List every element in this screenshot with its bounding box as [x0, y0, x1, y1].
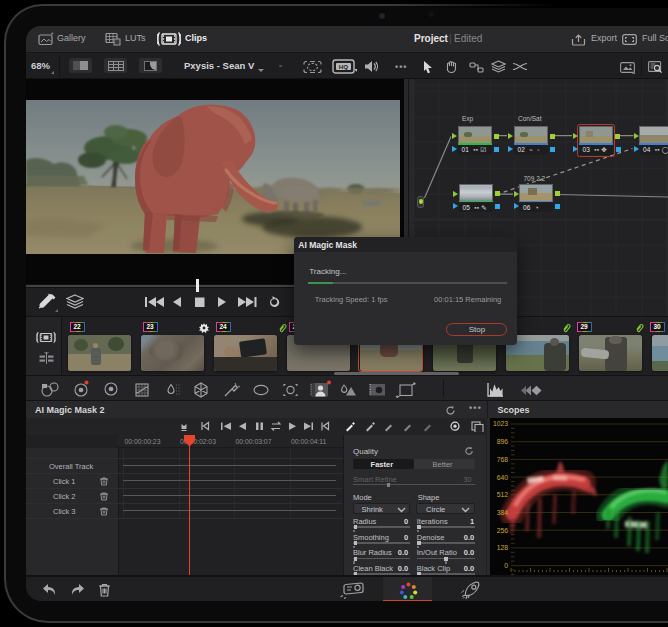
svg-text:HQ: HQ — [339, 63, 348, 70]
svg-text:512: 512 — [496, 491, 508, 498]
svg-text:384: 384 — [496, 508, 508, 515]
svg-text:0: 0 — [504, 562, 508, 569]
svg-text:896: 896 — [496, 438, 508, 445]
svg-text:640: 640 — [496, 473, 508, 480]
svg-text:256: 256 — [496, 526, 508, 533]
svg-text:768: 768 — [496, 455, 508, 462]
svg-text:128: 128 — [496, 544, 508, 551]
svg-text:1023: 1023 — [492, 420, 507, 427]
